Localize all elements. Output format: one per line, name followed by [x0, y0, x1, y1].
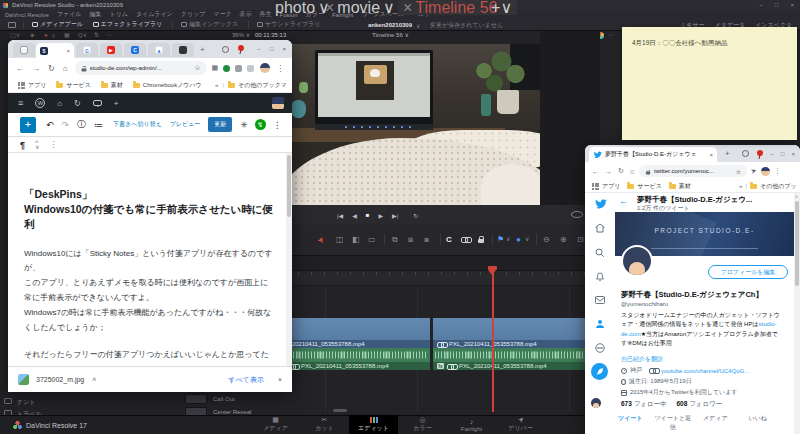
timeline-tab-movie[interactable]: × movie∨ [320, 0, 400, 15]
match-frame-icon[interactable] [571, 211, 583, 218]
tab-close-icon[interactable]: × [325, 0, 334, 17]
add-block-button[interactable]: + [20, 117, 36, 133]
profile-avatar-large[interactable] [621, 245, 653, 277]
viewer-swap-icon[interactable]: ⇅ [94, 32, 99, 38]
bookmark-folder[interactable]: 素材 [101, 81, 123, 90]
scrollbar-thumb[interactable] [795, 201, 799, 286]
tab-media[interactable]: メディア [694, 414, 737, 434]
following-label[interactable]: フォロー中 [634, 400, 667, 407]
post-paragraph[interactable]: それだったらフリーの付箋アプリつかえばいいじゃんとか思ってたんですが、 [24, 348, 276, 366]
zoom-fit-icon[interactable]: ⊡ [577, 236, 584, 244]
post-paragraph[interactable]: このアプリ、とりあえずメモを取る時には便利なのですが画面上に常に手前表示ができな… [24, 276, 276, 306]
page-cut[interactable]: ✂ カット [300, 415, 349, 434]
overwrite-clip-tool[interactable]: ⧇ [408, 236, 413, 244]
show-all-downloads-button[interactable]: すべて表示 [228, 375, 264, 385]
flag-button[interactable]: ⚑ [497, 236, 504, 244]
viewer-tool-icon[interactable]: y [52, 32, 55, 38]
audio-clip[interactable] [285, 348, 430, 362]
editor-options-icon[interactable]: ⋮ [273, 120, 282, 130]
wordpress-logo-icon[interactable]: W [35, 98, 45, 108]
menu-edit[interactable]: 編集 [89, 10, 101, 19]
messages-envelope-icon[interactable] [594, 294, 606, 306]
post-editor-content[interactable]: 「DeskPins」 Windows10の付箋でも常に手前表示させたい時に便利 … [8, 153, 292, 366]
settings-gear-icon[interactable]: ✳ [240, 120, 248, 130]
compose-tweet-button[interactable] [591, 363, 608, 380]
wp-menu-icon[interactable]: ≡ [18, 98, 23, 108]
puzzle-extension-icon[interactable] [247, 65, 254, 72]
sticky-note[interactable]: 4月19日：〇〇会社様へ動画納品 [622, 27, 797, 140]
insert-clip-tool[interactable]: ⧉ [392, 236, 398, 244]
razor-tool[interactable]: ▭ [368, 236, 376, 244]
page-fairlight[interactable]: ♪ Fairlight [447, 415, 496, 434]
viewer-options-icon[interactable]: ⋯ [608, 32, 614, 38]
followers-label[interactable]: フォロワー [689, 400, 722, 407]
menu-clip[interactable]: クリップ [181, 10, 206, 19]
minimize-icon[interactable]: − [770, 151, 774, 157]
download-chevron-icon[interactable]: ˄ [92, 376, 96, 383]
minimize-icon[interactable]: − [759, 2, 763, 8]
preview-button[interactable]: プレビュー [170, 120, 201, 129]
switch-to-draft-button[interactable]: 下書きへ切り替え [113, 120, 162, 129]
new-tab-icon[interactable]: + [200, 45, 205, 54]
twitter-logo-icon[interactable] [594, 197, 607, 210]
viewer-zoom-select[interactable]: 36% ∨ [232, 32, 250, 38]
reload-icon[interactable]: ↻ [618, 167, 624, 175]
update-button[interactable]: 更新 [208, 117, 232, 132]
browser-tab[interactable]: ▶ [100, 43, 122, 57]
page-color[interactable]: ◎ カラー [398, 415, 447, 434]
download-bar-close-icon[interactable]: × [278, 376, 282, 383]
home-icon[interactable] [594, 222, 606, 234]
more-circle-icon[interactable] [594, 342, 606, 354]
profile-avatar[interactable] [260, 63, 270, 73]
scroll-up-arrow-icon[interactable]: ˄ [795, 194, 798, 200]
bookmark-folder[interactable]: 素材 [669, 182, 691, 191]
close-icon[interactable]: × [791, 151, 795, 157]
media-pool-toggle[interactable]: メディアプール [32, 20, 83, 29]
edit-index-toggle[interactable]: 編集インデックス [181, 20, 238, 29]
viewer-q-icon[interactable]: Q∨ [78, 32, 87, 38]
replace-clip-tool[interactable]: ⧆ [424, 236, 429, 244]
timeline-viewer-video[interactable] [285, 44, 540, 205]
bookmark-star-icon[interactable]: ☆ [736, 168, 741, 175]
snapping-toggle[interactable]: C [446, 236, 452, 244]
page-deliver[interactable]: ➤ デリバー [496, 415, 545, 434]
explore-search-icon[interactable] [594, 247, 606, 259]
trim-mode-tool[interactable]: ◫ [336, 236, 344, 244]
back-icon[interactable]: ← [16, 64, 24, 73]
maximize-icon[interactable]: □ [781, 151, 785, 157]
marker-chevron-icon[interactable]: ∨ [525, 236, 529, 242]
bookmark-folder[interactable]: サービス [56, 81, 90, 90]
home-icon[interactable]: ⌂ [630, 168, 634, 175]
jetpack-icon[interactable]: ↯ [255, 119, 266, 130]
project-name[interactable]: anken20210309 [368, 22, 412, 28]
effects-library-toggle[interactable]: エフェクトライブラリ [93, 20, 162, 29]
menu-davinci-resolve[interactable]: DaVinci Resolve [5, 12, 49, 18]
block-options-icon[interactable]: ⋮ [49, 140, 57, 149]
forward-icon[interactable]: → [605, 168, 612, 175]
browser-menu-icon[interactable]: ⋮ [774, 167, 781, 175]
sound-library-toggle[interactable]: サウンドライブラリ [257, 20, 320, 29]
browser-tab[interactable] [172, 43, 194, 57]
wp-comments-icon[interactable] [93, 100, 102, 106]
translate-bio-link[interactable]: 自己紹介を翻訳 [621, 355, 663, 364]
tab-tweets-replies[interactable]: ツイートと返信 [652, 414, 695, 434]
timeline-scrollbar[interactable] [333, 409, 347, 412]
profile-url-link[interactable]: youtube.com/channel/UC4QoG… [661, 368, 750, 374]
project-chevron-icon[interactable]: ∨ [416, 22, 420, 29]
menu-mark[interactable]: マーク [213, 10, 231, 19]
skip-forward-button[interactable]: ▶| [392, 212, 398, 219]
bookmark-folder[interactable]: サービス [627, 182, 661, 191]
titles-category-label[interactable]: テント [17, 398, 35, 407]
browser-tab-active[interactable]: 夢野千春【Studio-D.E-ガジェウェ × [589, 147, 717, 162]
tab-close-icon[interactable]: × [709, 152, 713, 158]
post-paragraph[interactable]: Windows7の時は常に手前表示機能があったんですがね・・・何故なくしたんでし… [24, 306, 276, 336]
extension-icon[interactable]: ➤ [750, 166, 758, 176]
address-bar[interactable]: studio-de.com/wp-admin/... ☆ [75, 61, 207, 75]
bookmark-apps[interactable]: アプリ [592, 182, 620, 191]
post-paragraph[interactable]: Windows10には「Sticky Notes」という付箋アプリが存在するので… [24, 247, 276, 277]
followers-count[interactable]: 608 [676, 400, 687, 407]
notifications-bell-icon[interactable] [594, 271, 606, 283]
details-icon[interactable]: ⓘ [77, 118, 86, 131]
tab-close-icon[interactable]: × [403, 0, 412, 17]
extension-icon[interactable] [223, 65, 230, 72]
